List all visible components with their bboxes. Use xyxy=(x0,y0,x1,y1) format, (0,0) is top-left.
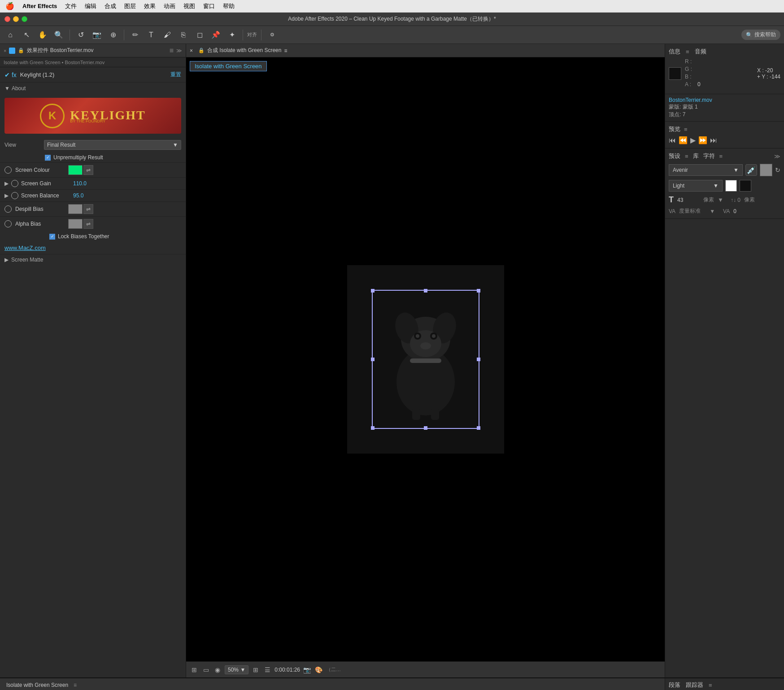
white-swatch[interactable] xyxy=(725,180,737,192)
selection-handle-bl[interactable] xyxy=(371,426,375,430)
font-color-swatch[interactable] xyxy=(760,164,772,176)
screen-matte-section[interactable]: ▶ Screen Matte xyxy=(0,254,186,265)
tracker-menu-icon[interactable]: ≡ xyxy=(709,682,712,689)
screen-gain-value[interactable]: 110.0 xyxy=(73,180,87,187)
font-weight-select[interactable]: Light ▼ xyxy=(669,180,723,192)
close-button[interactable] xyxy=(4,16,10,22)
minimize-button[interactable] xyxy=(13,16,19,22)
fx-enabled-checkbox[interactable]: ✔ fx xyxy=(4,71,17,79)
selection-handle-tl[interactable] xyxy=(371,289,375,293)
font-name-select[interactable]: Avenir ▼ xyxy=(669,164,743,176)
unpremultiply-checkbox[interactable] xyxy=(45,155,51,161)
puppet-btn[interactable]: 📌 xyxy=(209,29,222,41)
motion-sketch-btn[interactable]: ⚙ xyxy=(266,29,279,41)
composition-canvas xyxy=(347,265,504,454)
maximize-button[interactable] xyxy=(22,16,27,22)
watermark[interactable]: www.MacZ.com xyxy=(0,242,186,254)
view-select[interactable]: Final Result ▼ xyxy=(44,140,181,150)
cam-btn[interactable]: 📷 xyxy=(90,29,104,41)
font-size-value[interactable]: 43 xyxy=(677,197,700,203)
main-layout: × 🔒 效果控件 BostonTerrier.mov ≡ ≫ Isolate w… xyxy=(0,44,784,677)
home-btn[interactable]: ⌂ xyxy=(4,29,17,41)
menu-edit[interactable]: 编辑 xyxy=(85,2,96,10)
fx-reset-btn[interactable]: 重置 xyxy=(170,71,181,79)
comp-viewer: Isolate with Green Screen xyxy=(186,57,665,677)
screen-colour-swatch[interactable] xyxy=(68,165,83,175)
brush-btn[interactable]: 🖌 xyxy=(161,29,174,41)
comp-name-label[interactable]: Isolate with Green Screen xyxy=(190,61,267,71)
camera-icon[interactable]: 📷 xyxy=(303,665,312,674)
fit-icon[interactable]: ⊞ xyxy=(251,665,260,674)
preview-end-btn[interactable]: ⏭ xyxy=(710,136,717,144)
zoom-select[interactable]: 50% ▼ xyxy=(225,665,248,674)
font-size-unit: 像素 xyxy=(703,196,714,204)
timeline-menu-icon[interactable]: ≡ xyxy=(74,682,77,688)
character-menu-icon[interactable]: ≡ xyxy=(719,153,723,160)
filename-link[interactable]: BostonTerrier.mov xyxy=(669,97,780,103)
orbit-btn[interactable]: ⊕ xyxy=(106,29,120,41)
rotate-btn[interactable]: ↺ xyxy=(74,29,87,41)
screen-balance-value[interactable]: 95.0 xyxy=(73,192,83,199)
menu-view[interactable]: 视图 xyxy=(183,2,195,10)
menu-effect[interactable]: 效果 xyxy=(144,2,156,10)
comp-close-btn[interactable]: × xyxy=(190,48,193,54)
apple-menu[interactable]: 🍎 xyxy=(5,2,14,10)
selection-handle-ml[interactable] xyxy=(371,358,375,361)
align-toggle[interactable]: 对齐 xyxy=(247,31,257,38)
expand-arrows-icon[interactable]: ≫ xyxy=(176,48,182,54)
text-btn[interactable]: T xyxy=(144,29,158,41)
time-display[interactable]: 0:00:01:26 xyxy=(274,667,300,673)
pixel-icon[interactable]: ☰ xyxy=(263,665,272,674)
menu-file[interactable]: 文件 xyxy=(65,2,77,10)
grid-icon[interactable]: ⊞ xyxy=(190,665,199,674)
preview-play-btn[interactable]: ▶ xyxy=(690,136,696,144)
pen-btn[interactable]: ✏ xyxy=(128,29,142,41)
selection-handle-tr[interactable] xyxy=(477,289,480,293)
monitor-icon[interactable]: ▭ xyxy=(201,665,210,674)
black-swatch[interactable] xyxy=(740,180,751,192)
shape-btn[interactable]: ✦ xyxy=(225,29,239,41)
menu-help[interactable]: 帮助 xyxy=(223,2,235,10)
preview-step-btn[interactable]: ⏩ xyxy=(698,136,707,144)
panel-menu-btn[interactable]: ≡ xyxy=(170,47,174,55)
preview-start-btn[interactable]: ⏮ xyxy=(669,136,676,144)
selection-handle-br[interactable] xyxy=(477,426,480,430)
clone-btn[interactable]: ⎘ xyxy=(177,29,190,41)
keylight-logo: K KEYLIGHT BY THE FOUNDRY xyxy=(4,98,181,134)
selection-handle-mr[interactable] xyxy=(477,358,480,361)
menu-anim[interactable]: 动画 xyxy=(164,2,175,10)
preset-menu-icon[interactable]: ≡ xyxy=(685,153,688,160)
tracking-value[interactable]: 0 xyxy=(733,208,736,214)
menu-window[interactable]: 窗口 xyxy=(203,2,215,10)
panel-close-btn[interactable]: × xyxy=(4,48,6,53)
selection-handle-bc[interactable] xyxy=(424,426,427,430)
color-icon[interactable]: 🎨 xyxy=(314,665,323,674)
menu-comp[interactable]: 合成 xyxy=(105,2,116,10)
search-help[interactable]: 🔍 搜索帮助 xyxy=(741,30,780,40)
zoom-tool-btn[interactable]: 🔍 xyxy=(52,29,65,41)
menu-layer[interactable]: 图层 xyxy=(124,2,136,10)
font-refresh-btn[interactable]: ↻ xyxy=(775,166,780,174)
despill-link-btn[interactable]: ⇌ xyxy=(83,204,93,214)
eraser-btn[interactable]: ◻ xyxy=(193,29,206,41)
screen-colour-link-btn[interactable]: ⇌ xyxy=(83,165,93,175)
preview-menu-icon[interactable]: ≡ xyxy=(684,126,688,133)
about-toggle[interactable]: ▼ About xyxy=(4,85,181,92)
despill-swatch[interactable] xyxy=(68,204,83,214)
hand-btn[interactable]: ✋ xyxy=(36,29,49,41)
lock-biases-checkbox[interactable] xyxy=(49,234,55,240)
screen-balance-row[interactable]: ▶ Screen Balance 95.0 xyxy=(0,189,186,201)
screen-gain-label: Screen Gain xyxy=(21,180,70,187)
app-name[interactable]: After Effects xyxy=(22,3,57,9)
expand-arrows-right-icon[interactable]: ≫ xyxy=(774,153,780,160)
preview-back-btn[interactable]: ⏪ xyxy=(679,136,688,144)
comp-panel-menu-btn[interactable]: ≡ xyxy=(284,48,287,54)
info-menu-icon[interactable]: ≡ xyxy=(686,48,689,55)
viewer-mode-icon[interactable]: ◉ xyxy=(213,665,222,674)
selection-handle-tc[interactable] xyxy=(424,289,427,293)
alpha-swatch[interactable] xyxy=(68,219,83,229)
screen-gain-row[interactable]: ▶ Screen Gain 110.0 xyxy=(0,177,186,189)
alpha-link-btn[interactable]: ⇌ xyxy=(83,219,93,229)
select-btn[interactable]: ↖ xyxy=(20,29,33,41)
eyedropper-btn[interactable]: 💉 xyxy=(745,164,757,176)
